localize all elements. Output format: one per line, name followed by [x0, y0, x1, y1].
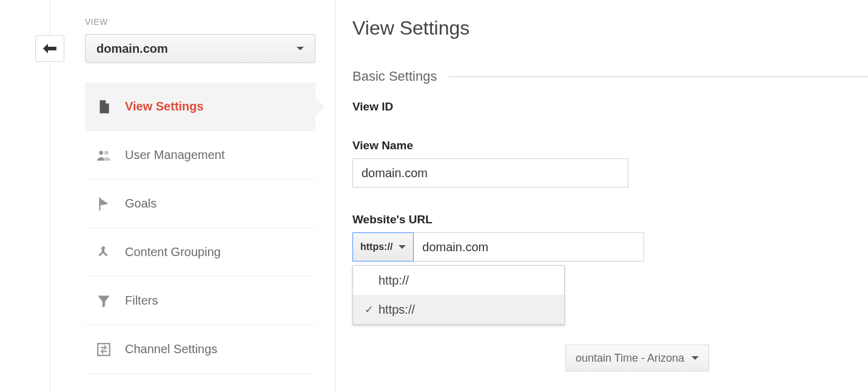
- swap-icon: [96, 342, 112, 357]
- sidebar-item-channel-settings[interactable]: Channel Settings: [85, 325, 315, 374]
- section-header: Basic Settings: [352, 69, 868, 84]
- sidebar-item-label: Channel Settings: [125, 342, 217, 356]
- sidebar-nav: View Settings User Management Goals Cont…: [85, 83, 315, 374]
- website-url-block: Website's URL https:// http:// ✓ https:/…: [352, 213, 868, 262]
- sidebar-item-view-settings[interactable]: View Settings: [85, 83, 315, 131]
- protocol-option-label: http://: [378, 274, 409, 288]
- sidebar-item-content-grouping[interactable]: Content Grouping: [85, 228, 315, 277]
- check-icon: ✓: [362, 303, 376, 316]
- protocol-option-label: https://: [378, 303, 415, 317]
- view-selector-dropdown[interactable]: domain.com: [85, 34, 315, 63]
- sidebar-item-goals[interactable]: Goals: [85, 180, 315, 228]
- view-id-label: View ID: [352, 100, 868, 113]
- flag-icon: [96, 196, 112, 212]
- svg-point-1: [104, 150, 109, 155]
- view-name-input[interactable]: [352, 158, 628, 188]
- view-name-label: View Name: [352, 139, 868, 152]
- view-id-block: View ID: [352, 100, 868, 113]
- website-url-label: Website's URL: [352, 213, 868, 226]
- website-url-row: https:// http:// ✓ https://: [352, 232, 647, 262]
- document-icon: [96, 99, 112, 115]
- protocol-selected: https://: [360, 242, 392, 252]
- protocol-option-http[interactable]: http://: [353, 266, 564, 295]
- chevron-down-icon: [691, 356, 699, 360]
- timezone-dropdown-button[interactable]: ountain Time - Arizona: [565, 345, 709, 371]
- sidebar: VIEW domain.com View Settings User Manag…: [85, 17, 315, 374]
- page-title: View Settings: [352, 17, 868, 39]
- sidebar-item-user-management[interactable]: User Management: [85, 131, 315, 180]
- sidebar-item-label: Goals: [125, 197, 156, 211]
- merge-icon: [96, 245, 112, 260]
- protocol-option-https[interactable]: ✓ https://: [353, 295, 564, 324]
- sidebar-item-filters[interactable]: Filters: [85, 277, 315, 325]
- protocol-dropdown-button[interactable]: https://: [352, 232, 414, 262]
- view-selector-value: domain.com: [96, 42, 168, 56]
- sidebar-item-label: View Settings: [125, 100, 204, 113]
- view-label: VIEW: [85, 17, 315, 27]
- chevron-down-icon: [297, 47, 304, 50]
- users-icon: [96, 147, 112, 163]
- timezone-value: ountain Time - Arizona: [576, 352, 684, 365]
- section-rule: [449, 76, 868, 77]
- funnel-icon: [96, 293, 112, 309]
- sidebar-item-label: Filters: [125, 294, 158, 308]
- website-url-input[interactable]: [414, 232, 644, 262]
- sidebar-item-label: User Management: [125, 148, 225, 162]
- sidebar-item-label: Content Grouping: [125, 245, 221, 259]
- section-title: Basic Settings: [352, 69, 437, 84]
- back-button[interactable]: [35, 35, 64, 62]
- view-name-block: View Name: [352, 139, 868, 188]
- back-arrow-icon: [43, 44, 56, 53]
- svg-point-0: [99, 150, 103, 155]
- main-panel: View Settings Basic Settings View ID Vie…: [335, 0, 868, 392]
- protocol-dropdown-menu: http:// ✓ https://: [352, 265, 565, 325]
- chevron-down-icon: [399, 245, 406, 249]
